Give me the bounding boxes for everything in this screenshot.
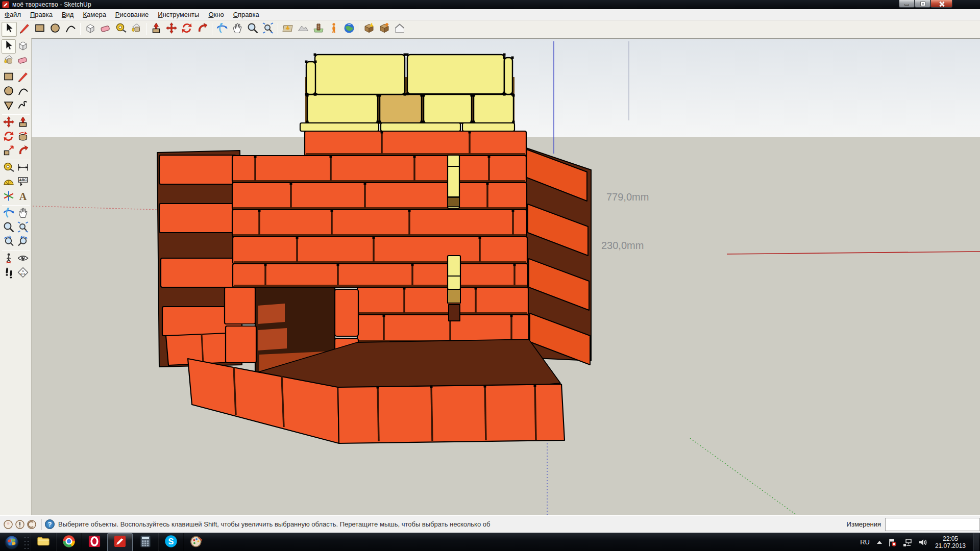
- photo-textures-tool-button[interactable]: [311, 22, 326, 37]
- pan-tool-button[interactable]: [16, 207, 30, 221]
- 3d-text-tool-button[interactable]: A: [16, 190, 30, 204]
- geolocation-status-icon[interactable]: [3, 519, 13, 530]
- pan-tool-button[interactable]: [230, 22, 245, 37]
- previous-tool-button[interactable]: [2, 235, 16, 249]
- section-plane-tool-button[interactable]: CR-S: [16, 266, 30, 281]
- next-tool-button[interactable]: [16, 235, 30, 249]
- zoom-tool-button[interactable]: [2, 221, 16, 235]
- menu-инструменты[interactable]: Инструменты: [153, 10, 204, 19]
- volume-icon[interactable]: [918, 537, 928, 547]
- clock[interactable]: 22:05 21.07.2013: [935, 535, 966, 549]
- help-icon[interactable]: ?: [45, 519, 55, 529]
- dimension-tool-button[interactable]: [16, 161, 30, 176]
- orbit-tool-button[interactable]: [214, 22, 230, 37]
- select-tool-button[interactable]: [2, 22, 17, 37]
- zoom-extents-tool-button[interactable]: [16, 221, 30, 235]
- protractor-tool-button[interactable]: [2, 176, 16, 190]
- tape-measure-tool-button[interactable]: [113, 22, 129, 37]
- position-camera-tool-button[interactable]: [2, 252, 16, 266]
- tray-expand-icon[interactable]: [877, 541, 882, 544]
- tape-measure-tool-button[interactable]: [2, 161, 16, 176]
- push-pull-tool-button[interactable]: [16, 116, 30, 130]
- offset-tool-button[interactable]: [194, 22, 210, 37]
- explorer-taskbar-button[interactable]: [31, 533, 56, 551]
- rotate-icon: [3, 130, 15, 144]
- toolbar-separator: [278, 23, 278, 35]
- google-earth-tool-button[interactable]: [341, 22, 357, 37]
- move-tool-button[interactable]: [164, 22, 179, 37]
- svg-text:S: S: [168, 536, 174, 545]
- freehand-tool-button[interactable]: [16, 99, 30, 113]
- viewport-canvas[interactable]: 779,0mm230,0mm: [32, 39, 980, 515]
- menu-вид[interactable]: Вид: [57, 10, 79, 19]
- language-indicator[interactable]: RU: [858, 537, 872, 547]
- circle-tool-button[interactable]: [47, 22, 63, 37]
- chrome-taskbar-button[interactable]: [56, 533, 82, 551]
- arc-tool-button[interactable]: [63, 22, 78, 37]
- polygon-tool-button[interactable]: [2, 99, 16, 113]
- warehouse-tool-button[interactable]: [392, 22, 407, 37]
- credit-status-icon[interactable]: [27, 519, 37, 530]
- move-tool-button[interactable]: [2, 116, 16, 130]
- scale-tool-button[interactable]: [2, 144, 16, 159]
- menu-рисование[interactable]: Рисование: [111, 10, 153, 19]
- follow-me-tool-button[interactable]: [16, 130, 30, 144]
- sketchup-taskbar-button[interactable]: [107, 533, 133, 551]
- rotate-tool-button[interactable]: [2, 130, 16, 144]
- close-button[interactable]: [930, 0, 952, 8]
- rectangle-tool-button[interactable]: [2, 70, 16, 85]
- eraser-tool-button[interactable]: [16, 54, 30, 68]
- orbit-tool-button[interactable]: [2, 207, 16, 221]
- measurements-label: Измерения: [847, 520, 881, 528]
- start-button[interactable]: [0, 533, 23, 551]
- paint-bucket-tool-button[interactable]: [2, 54, 16, 68]
- left-toolbar-row: [2, 70, 30, 85]
- restore-button[interactable]: [915, 0, 930, 8]
- claim-status-icon[interactable]: [15, 519, 25, 530]
- zoom-extents-tool-button[interactable]: [260, 22, 276, 37]
- skype-taskbar-button[interactable]: S: [158, 533, 184, 551]
- toggle-terrain-tool-button[interactable]: [296, 22, 311, 37]
- arc-tool-button[interactable]: [16, 85, 30, 99]
- axes-tool-button[interactable]: [2, 190, 16, 204]
- circle-tool-button[interactable]: [2, 85, 16, 99]
- svg-text:A: A: [19, 191, 27, 202]
- opera-taskbar-button[interactable]: [82, 533, 107, 551]
- push-pull-tool-button[interactable]: [149, 22, 164, 37]
- show-desktop-button[interactable]: [973, 533, 979, 551]
- measurement-label-779: 779,0mm: [606, 191, 649, 203]
- menu-справка[interactable]: Справка: [229, 10, 264, 19]
- eraser-tool-button[interactable]: [98, 22, 113, 37]
- measurements-input[interactable]: [885, 518, 980, 531]
- paint-bucket-tool-button[interactable]: [129, 22, 144, 37]
- person-tool-button[interactable]: [326, 22, 341, 37]
- 3d-viewport[interactable]: 779,0mm230,0mm: [32, 38, 980, 515]
- action-center-flag-icon[interactable]: [887, 537, 897, 547]
- line-tool-button[interactable]: [17, 22, 32, 37]
- rotate-tool-button[interactable]: [179, 22, 194, 37]
- add-location-tool-button[interactable]: [280, 22, 296, 37]
- walk-tool-button[interactable]: [2, 266, 16, 281]
- get-models-tool-button[interactable]: [361, 22, 377, 37]
- text-tool-button[interactable]: ABC: [16, 176, 30, 190]
- calculator-taskbar-button[interactable]: [133, 533, 158, 551]
- look-around-tool-button[interactable]: [16, 252, 30, 266]
- make-component-tool-button[interactable]: [83, 22, 98, 37]
- menu-bar: ФайлПравкаВидКамераРисованиеИнструментыО…: [0, 9, 980, 20]
- offset-tool-button[interactable]: [16, 144, 30, 159]
- minimize-button[interactable]: [899, 0, 915, 8]
- menu-камера[interactable]: Камера: [78, 10, 110, 19]
- select-tool-button[interactable]: [2, 39, 16, 54]
- menu-окно[interactable]: Окно: [204, 10, 228, 19]
- network-icon[interactable]: [902, 537, 913, 547]
- menu-файл[interactable]: Файл: [0, 10, 26, 19]
- line-tool-button[interactable]: [16, 70, 30, 85]
- share-model-tool-button[interactable]: [377, 22, 392, 37]
- zoom-tool-button[interactable]: [245, 22, 260, 37]
- make-component-tool-button[interactable]: [16, 39, 30, 54]
- skype-icon: S: [164, 534, 178, 550]
- rectangle-tool-button[interactable]: [32, 22, 47, 37]
- paint-taskbar-button[interactable]: [184, 533, 209, 551]
- menu-правка[interactable]: Правка: [26, 10, 57, 19]
- close-icon: [939, 2, 944, 6]
